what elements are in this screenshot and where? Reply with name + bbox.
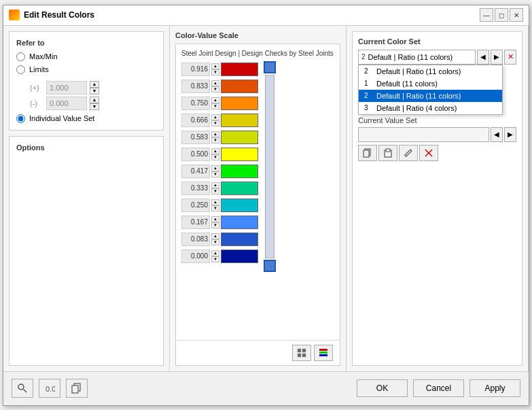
radio-maxmin-input[interactable] — [16, 52, 25, 61]
apply-button[interactable]: Apply — [469, 379, 520, 397]
minimize-button[interactable]: — — [480, 8, 493, 22]
swatch-11[interactable] — [221, 250, 258, 263]
scale-spin-down-6[interactable]: ▼ — [211, 171, 219, 177]
dropdown-item-1[interactable]: 1 Default (11 colors) — [359, 78, 502, 90]
scale-spin-up-5[interactable]: ▲ — [211, 148, 219, 154]
scale-spin-up-3[interactable]: ▲ — [211, 114, 219, 120]
scale-spin-up-4[interactable]: ▲ — [211, 131, 219, 137]
svg-rect-4 — [319, 349, 327, 351]
current-val-prev[interactable]: ◀ — [491, 127, 503, 142]
radio-limits-label: Limits — [29, 65, 49, 73]
dropdown-container: 2 Default | Ratio (11 colors) ◀ ▶ ✕ 2 De… — [358, 50, 516, 65]
radio-individual-input[interactable] — [16, 114, 25, 123]
radio-limits[interactable]: Limits — [16, 65, 156, 74]
scale-spinners-3: ▲ ▼ — [211, 114, 219, 126]
scale-spin-down-4[interactable]: ▼ — [211, 137, 219, 143]
scale-spin-down-0[interactable]: ▼ — [211, 69, 219, 75]
close-button[interactable]: ✕ — [510, 8, 523, 22]
svg-rect-18 — [72, 386, 78, 393]
scale-spin-up-2[interactable]: ▲ — [211, 97, 219, 103]
slider-thumb-bottom[interactable] — [264, 260, 276, 272]
swatch-5[interactable] — [221, 148, 258, 161]
color-set-dropdown[interactable]: 2 Default | Ratio (11 colors) — [358, 50, 476, 65]
title-bar: Edit Result Colors — ◻ ✕ — [3, 5, 529, 26]
current-val-section: Current Value Set ◀ ▶ — [358, 112, 516, 161]
bottom-left: 0.0 — [12, 379, 88, 398]
scale-spin-up-7[interactable]: ▲ — [211, 182, 219, 188]
copy2-icon-btn[interactable] — [66, 379, 88, 398]
scale-spin-up-8[interactable]: ▲ — [211, 199, 219, 205]
scale-spin-down-1[interactable]: ▼ — [211, 86, 219, 92]
next-btn[interactable]: ▶ — [491, 50, 503, 65]
maximize-button[interactable]: ◻ — [495, 8, 508, 22]
current-val-label: Current Value Set — [358, 116, 516, 124]
palette-icon-btn[interactable] — [314, 345, 333, 361]
limit-plus-row: (+) ▲ ▼ — [30, 81, 156, 95]
scale-spin-down-11[interactable]: ▼ — [211, 256, 219, 262]
number-icon-btn[interactable]: 0.0 — [39, 379, 60, 398]
main-content: Refer to Max/Min Limits (+) — [3, 26, 529, 371]
scale-row-6: 0.417 ▲ ▼ — [181, 163, 258, 180]
plus-spin-down[interactable]: ▼ — [90, 88, 99, 95]
current-val-next[interactable]: ▶ — [504, 127, 516, 142]
radio-maxmin[interactable]: Max/Min — [16, 52, 156, 61]
dropdown-item-0[interactable]: 2 Default | Ratio (11 colors) — [359, 65, 502, 78]
swatch-1[interactable] — [221, 80, 258, 93]
swatch-8[interactable] — [221, 199, 258, 212]
scale-spin-up-9[interactable]: ▲ — [211, 216, 219, 222]
swatch-9[interactable] — [221, 216, 258, 229]
swatch-0[interactable] — [221, 63, 258, 76]
copy-icon-btn[interactable] — [358, 145, 377, 161]
scale-spin-up-1[interactable]: ▲ — [211, 80, 219, 86]
swatch-10[interactable] — [221, 233, 258, 246]
plus-spin-up[interactable]: ▲ — [90, 81, 99, 88]
scale-spin-down-2[interactable]: ▼ — [211, 103, 219, 109]
grid-icon — [297, 348, 306, 358]
prev-btn[interactable]: ◀ — [477, 50, 489, 65]
minus-input[interactable] — [46, 97, 87, 110]
search-icon-btn[interactable] — [12, 379, 33, 398]
scale-row-7: 0.333 ▲ ▼ — [181, 180, 258, 197]
scale-spin-down-9[interactable]: ▼ — [211, 222, 219, 228]
dropdown-item-label-0: Default | Ratio (11 colors) — [376, 67, 461, 75]
scale-spin-up-10[interactable]: ▲ — [211, 233, 219, 239]
paste-icon-btn[interactable] — [378, 145, 397, 161]
scale-spin-up-11[interactable]: ▲ — [211, 250, 219, 256]
title-bar-left: Edit Result Colors — [9, 10, 94, 20]
scale-spin-down-3[interactable]: ▼ — [211, 120, 219, 126]
scale-spin-down-8[interactable]: ▼ — [211, 205, 219, 211]
dropdown-item-2[interactable]: 2 Default | Ratio (11 colors) — [359, 90, 502, 102]
swatch-6[interactable] — [221, 165, 258, 178]
edit-icon-btn[interactable] — [399, 145, 418, 161]
grid-icon-btn[interactable] — [292, 345, 311, 361]
scale-value-0: 0.916 — [181, 63, 210, 76]
swatch-2[interactable] — [221, 97, 258, 110]
swatch-4[interactable] — [221, 131, 258, 144]
slider-thumb-top[interactable] — [264, 61, 276, 73]
current-val-input[interactable] — [358, 127, 489, 142]
svg-point-14 — [18, 384, 24, 390]
swatch-7[interactable] — [221, 182, 258, 195]
radio-limits-input[interactable] — [16, 65, 25, 74]
scale-spin-up-0[interactable]: ▲ — [211, 63, 219, 69]
plus-input[interactable] — [46, 81, 87, 95]
scale-spin-down-5[interactable]: ▼ — [211, 154, 219, 160]
delete-set-btn[interactable]: ✕ — [504, 50, 516, 65]
slider-track[interactable] — [265, 75, 274, 258]
cancel-button[interactable]: Cancel — [413, 379, 464, 397]
plus-label: (+) — [30, 84, 43, 92]
minus-spin-down[interactable]: ▼ — [90, 103, 99, 110]
scale-spinners-4: ▲ ▼ — [211, 131, 219, 143]
ok-button[interactable]: OK — [357, 379, 408, 397]
swatch-3[interactable] — [221, 114, 258, 127]
edit-icon — [404, 148, 413, 158]
radio-individual[interactable]: Individual Value Set — [16, 114, 156, 123]
scale-spin-up-6[interactable]: ▲ — [211, 165, 219, 171]
minus-spin-up[interactable]: ▲ — [90, 97, 99, 103]
delete-icon-btn[interactable] — [419, 145, 438, 161]
scale-spin-down-10[interactable]: ▼ — [211, 239, 219, 245]
center-inner: Steel Joint Design | Design Checks by St… — [175, 44, 340, 366]
scale-row-11: 0.000 ▲ ▼ — [181, 248, 258, 264]
dropdown-item-3[interactable]: 3 Default | Ratio (4 colors) — [359, 102, 502, 114]
scale-spin-down-7[interactable]: ▼ — [211, 188, 219, 194]
